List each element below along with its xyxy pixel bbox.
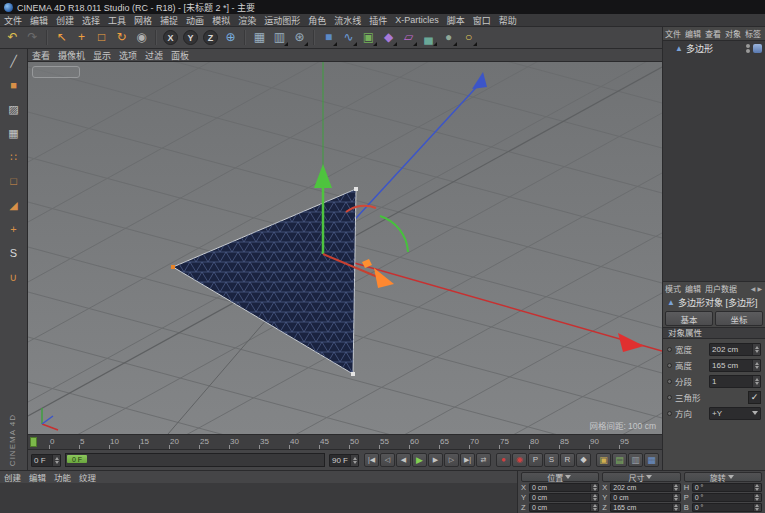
spinner[interactable] [350,455,358,466]
move-tool-icon[interactable]: + [72,28,91,47]
material-manager-menu-2[interactable]: 功能 [50,471,75,483]
object-manager-tree[interactable]: ▲ 多边形 [663,40,765,282]
render-view-icon[interactable]: ▦ [250,28,269,47]
viewport-menu-3[interactable]: 选项 [115,49,141,62]
menu-8[interactable]: 模拟 [208,14,234,27]
viewport-hud-box[interactable] [32,66,80,78]
spinner[interactable] [590,504,598,511]
menu-0[interactable]: 文件 [0,14,26,27]
render-settings-icon[interactable]: ⊛ [290,28,309,47]
coord-group-title[interactable]: 尺寸 [602,472,680,482]
transport-option-icon-2[interactable]: ▤ [612,453,627,467]
menu-3[interactable]: 选择 [78,14,104,27]
menu-9[interactable]: 渲染 [234,14,260,27]
live-selection-icon[interactable]: ↖ [52,28,71,47]
history-back-arrow[interactable]: ◀ [751,285,756,292]
go-to-start-button[interactable]: |◀ [364,453,379,467]
timeline-tick-45[interactable]: 45 [320,435,350,449]
make-editable-icon[interactable]: ╱ [4,52,23,71]
workplane-mode-icon[interactable]: ▦ [4,124,23,143]
add-spline-icon[interactable]: ∿ [339,28,358,47]
object-manager-menu-2[interactable]: 查看 [703,28,723,39]
viewport-menu-2[interactable]: 显示 [89,49,115,62]
menu-16[interactable]: 窗口 [469,14,495,27]
timeline-tick-5[interactable]: 5 [80,435,110,449]
timeline-tick-65[interactable]: 65 [440,435,470,449]
coord-group-title[interactable]: 旋转 [684,472,762,482]
title-bar[interactable]: CINEMA 4D R18.011 Studio (RC - R18) - [未… [0,0,765,14]
timeline-ruler[interactable]: 05101520253035404550556065707580859095 [28,434,662,450]
timeline-tick-20[interactable]: 20 [170,435,200,449]
points-mode-icon[interactable]: ∷ [4,148,23,167]
menu-12[interactable]: 流水线 [330,14,365,27]
enable-axis-icon[interactable]: + [4,220,23,239]
record-keyframe-button[interactable]: ● [496,453,511,467]
menu-7[interactable]: 动画 [182,14,208,27]
timeline-tick-55[interactable]: 55 [380,435,410,449]
menu-5[interactable]: 网格 [130,14,156,27]
spinner[interactable] [752,376,760,387]
go-to-end-button[interactable]: ▶| [460,453,475,467]
menu-4[interactable]: 工具 [104,14,130,27]
animation-dot[interactable] [667,379,672,384]
object-manager-menu-3[interactable]: 对象 [723,28,743,39]
edges-mode-icon[interactable]: □ [4,172,23,191]
timeline-tick-90[interactable]: 90 [590,435,620,449]
loop-button[interactable]: ⇄ [476,453,491,467]
enable-snap-icon[interactable]: ∪ [4,268,23,287]
add-modeling-icon[interactable]: ◆ [379,28,398,47]
coord-field[interactable]: 0 cm [610,493,680,502]
z-axis-button[interactable]: Z [203,30,218,45]
timeline-tick-85[interactable]: 85 [560,435,590,449]
phong-tag-icon[interactable] [753,44,762,53]
timeline-tick-70[interactable]: 70 [470,435,500,449]
coord-field[interactable]: 165 cm [610,503,680,512]
viewport-canvas[interactable] [28,62,662,434]
spinner[interactable] [672,494,680,501]
viewport[interactable]: 网格间距: 100 cm [28,62,662,434]
end-frame-field[interactable]: 90 F [329,454,359,467]
material-manager-body[interactable] [0,483,517,513]
rotate-tool-icon[interactable]: ↻ [112,28,131,47]
add-deformer-icon[interactable]: ▱ [399,28,418,47]
spinner[interactable] [590,494,598,501]
record-position-button[interactable]: P [528,453,543,467]
vertex-point[interactable] [354,187,358,191]
timeline-tick-75[interactable]: 75 [500,435,530,449]
next-key-button[interactable]: ▷ [444,453,459,467]
add-cube-icon[interactable]: ■ [319,28,338,47]
timeline-tick-15[interactable]: 15 [140,435,170,449]
viewport-solo-icon[interactable]: S [4,244,23,263]
timeline-slider[interactable]: 0 F [65,453,325,467]
spinner[interactable] [52,455,60,466]
spinner[interactable] [752,360,760,371]
material-manager-menu-1[interactable]: 编辑 [25,471,50,483]
coord-field[interactable]: 202 cm [610,483,680,492]
polygons-mode-icon[interactable]: ◢ [4,196,23,215]
model-mode-icon[interactable]: ■ [4,76,23,95]
coord-field[interactable]: 0 ° [692,483,762,492]
scale-tool-icon[interactable]: □ [92,28,111,47]
coordinate-system-icon[interactable]: ⊕ [221,28,240,47]
menu-2[interactable]: 创建 [52,14,78,27]
coord-field[interactable]: 0 cm [529,483,599,492]
visibility-dots[interactable] [746,44,750,53]
attribute-tab-0[interactable]: 基本 [665,311,713,326]
previous-key-button[interactable]: ◁ [380,453,395,467]
spinner[interactable] [672,504,680,511]
timeline-tick-35[interactable]: 35 [260,435,290,449]
y-axis-button[interactable]: Y [183,30,198,45]
add-camera-icon[interactable]: ● [439,28,458,47]
menu-15[interactable]: 脚本 [443,14,469,27]
record-scale-button[interactable]: S [544,453,559,467]
timeline-tick-25[interactable]: 25 [200,435,230,449]
vertex-point[interactable] [351,372,355,376]
attribute-manager-menu-1[interactable]: 编辑 [683,283,703,294]
triangles-checkbox[interactable]: ✓ [748,391,761,404]
next-frame-button[interactable]: ▶ [428,453,443,467]
height-field[interactable]: 165 cm [709,359,761,372]
orientation-dropdown[interactable]: +Y [709,407,761,420]
current-frame-field[interactable]: 0 F [31,454,61,467]
menu-11[interactable]: 角色 [304,14,330,27]
spinner[interactable] [753,504,761,511]
